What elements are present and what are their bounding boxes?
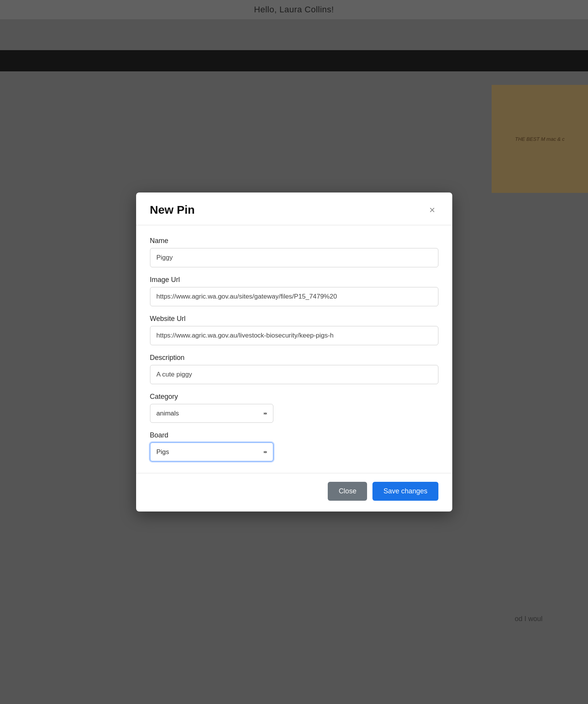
image-url-label: Image Url [150, 276, 438, 284]
name-input[interactable] [150, 248, 438, 267]
category-select[interactable]: animals food travel art technology [150, 404, 273, 423]
category-field-group: Category animals food travel art technol… [150, 393, 438, 423]
modal-body: Name Image Url Website Url Description C… [136, 225, 452, 473]
board-label: Board [150, 431, 438, 439]
modal-title: New Pin [150, 203, 195, 216]
image-url-field-group: Image Url [150, 276, 438, 306]
new-pin-modal: New Pin × Name Image Url Website Url D [136, 192, 452, 512]
save-changes-button[interactable]: Save changes [372, 482, 438, 501]
name-field-group: Name [150, 237, 438, 267]
name-label: Name [150, 237, 438, 245]
website-url-input[interactable] [150, 326, 438, 345]
modal-close-icon-button[interactable]: × [426, 203, 438, 216]
modal-overlay: New Pin × Name Image Url Website Url D [0, 0, 588, 704]
description-field-group: Description [150, 354, 438, 384]
image-url-input[interactable] [150, 287, 438, 306]
website-url-field-group: Website Url [150, 315, 438, 345]
board-field-group: Board Pigs Cats Dogs Birds Recipes [150, 431, 438, 461]
modal-header: New Pin × [136, 192, 452, 225]
category-label: Category [150, 393, 438, 401]
board-select[interactable]: Pigs Cats Dogs Birds Recipes [150, 442, 273, 461]
modal-footer: Close Save changes [136, 473, 452, 512]
close-button[interactable]: Close [328, 482, 367, 501]
description-input[interactable] [150, 365, 438, 384]
description-label: Description [150, 354, 438, 362]
website-url-label: Website Url [150, 315, 438, 323]
